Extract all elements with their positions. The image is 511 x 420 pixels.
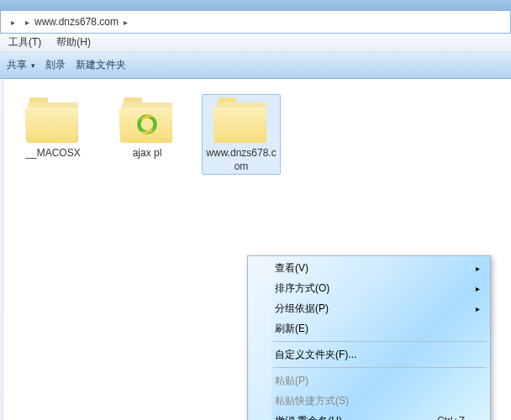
context-menu: 查看(V)▸排序方式(O)▸分组依据(P)▸刷新(E)自定义文件夹(F)...粘…: [247, 255, 491, 420]
menu-item-label: 排序方式(O): [275, 281, 329, 296]
file-list[interactable]: __MACOSX ajax pl: [3, 79, 511, 420]
context-menu-item[interactable]: 查看(V)▸: [250, 258, 488, 278]
file-item[interactable]: www.dnzs678.com: [202, 94, 281, 175]
menu-help[interactable]: 帮助(H): [53, 34, 94, 51]
window-title-bar: [0, 0, 511, 10]
toolbar-new-folder[interactable]: 新建文件夹: [76, 58, 126, 72]
menu-separator: [273, 367, 487, 368]
context-menu-item: 粘贴快捷方式(S): [250, 391, 488, 411]
context-menu-item[interactable]: 排序方式(O)▸: [250, 278, 488, 298]
menu-item-label: 粘贴(P): [275, 374, 308, 388]
chevron-right-icon: ▸: [11, 18, 15, 27]
menu-item-label: 分组依据(P): [275, 302, 329, 316]
context-menu-item: 粘贴(P): [250, 370, 488, 391]
ie-icon: [135, 113, 159, 136]
file-label: www.dnzs678.com: [203, 146, 279, 173]
context-menu-item[interactable]: 刷新(E): [250, 318, 488, 339]
toolbar: 共享 刻录 新建文件夹: [0, 52, 511, 79]
menu-tools[interactable]: 工具(T): [5, 34, 45, 51]
menu-item-label: 粘贴快捷方式(S): [275, 394, 349, 408]
chevron-right-icon: ▸: [476, 304, 480, 313]
file-item[interactable]: __MACOSX: [13, 94, 92, 161]
chevron-right-icon: ▸: [476, 264, 480, 273]
address-bar[interactable]: ▸ ▸ www.dnzs678.com ▸: [0, 10, 511, 34]
context-menu-item[interactable]: 自定义文件夹(F)...: [250, 344, 488, 365]
context-menu-item[interactable]: 撤消 重命名(U)Ctrl+Z: [250, 411, 488, 420]
context-menu-item[interactable]: 分组依据(P)▸: [250, 298, 488, 318]
menu-item-label: 自定义文件夹(F)...: [275, 348, 356, 362]
toolbar-burn[interactable]: 刻录: [45, 58, 66, 72]
menu-separator: [273, 341, 487, 342]
folder-icon: [26, 96, 80, 143]
chevron-right-icon: ▸: [124, 18, 128, 27]
file-label: ajax pl: [133, 146, 162, 160]
address-segment[interactable]: www.dnzs678.com: [34, 16, 119, 28]
chevron-right-icon: ▸: [476, 284, 480, 293]
folder-icon: [214, 96, 268, 143]
file-item[interactable]: ajax pl: [108, 94, 187, 161]
file-label: __MACOSX: [25, 146, 80, 160]
toolbar-share[interactable]: 共享: [7, 58, 35, 72]
menu-item-label: 刷新(E): [275, 322, 308, 336]
content-area: __MACOSX ajax pl: [0, 79, 511, 420]
chevron-right-icon: ▸: [25, 18, 29, 27]
menu-item-label: 查看(V): [275, 261, 308, 276]
menu-bar: 工具(T) 帮助(H): [0, 34, 511, 52]
folder-icon: [120, 96, 174, 143]
menu-item-label: 撤消 重命名(U): [275, 414, 342, 421]
menu-shortcut: Ctrl+Z: [437, 415, 465, 420]
